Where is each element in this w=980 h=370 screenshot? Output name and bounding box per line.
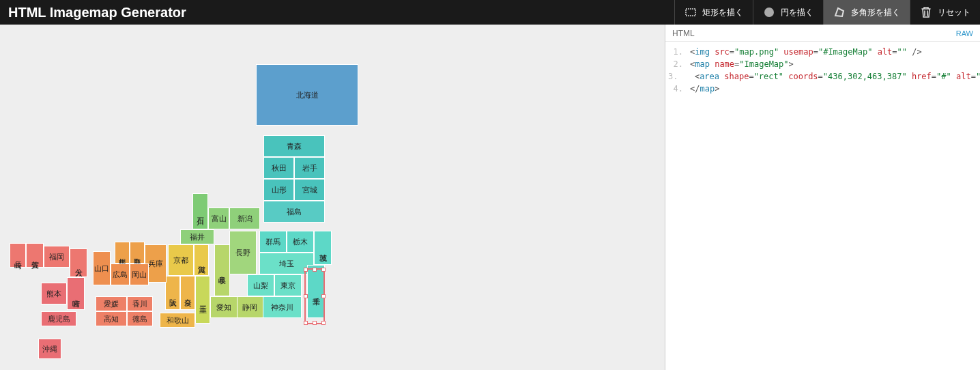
rect-icon (684, 6, 697, 18)
region-栃木[interactable]: 栃木 (287, 231, 314, 253)
tool-circle-button[interactable]: 円を描く (753, 0, 823, 25)
selection-handle[interactable] (304, 321, 308, 325)
region-沖縄[interactable]: 沖縄 (38, 339, 61, 359)
region-奈良[interactable]: 奈良 (180, 276, 195, 310)
tool-rect-button[interactable]: 矩形を描く (674, 0, 753, 25)
tool-circle-label: 円を描く (781, 7, 813, 18)
region-京都[interactable]: 京都 (168, 244, 194, 276)
region-愛知[interactable]: 愛知 (210, 296, 237, 318)
region-宮崎[interactable]: 宮崎 (67, 277, 85, 310)
region-大分[interactable]: 大分 (70, 248, 87, 277)
region-福岡[interactable]: 福岡 (44, 246, 70, 268)
region-和歌山[interactable]: 和歌山 (160, 313, 195, 328)
region-徳島[interactable]: 徳島 (127, 311, 153, 326)
code-line: 1.<img src="map.png" usemap="#ImageMap" … (668, 46, 977, 58)
tool-polygon-button[interactable]: 多角形を描く (823, 0, 910, 25)
region-香川[interactable]: 香川 (127, 296, 153, 311)
region-北海道[interactable]: 北海道 (256, 64, 358, 126)
region-佐賀[interactable]: 佐賀 (26, 243, 44, 268)
selection-handle[interactable] (321, 321, 326, 325)
code-line: 3. <area shape="rect" coords="436,302,46… (668, 70, 977, 83)
code-panel: HTML RAW 1.<img src="map.png" usemap="#I… (665, 25, 980, 370)
code-raw-link[interactable]: RAW (956, 29, 973, 38)
region-愛媛[interactable]: 愛媛 (96, 296, 127, 311)
region-新潟[interactable]: 新潟 (229, 208, 260, 229)
region-鹿児島[interactable]: 鹿児島 (41, 311, 76, 326)
polygon-icon (833, 6, 846, 18)
region-長崎[interactable]: 長崎 (10, 243, 26, 268)
trash-icon (920, 6, 932, 18)
svg-rect-0 (686, 9, 695, 16)
region-福井[interactable]: 福井 (180, 229, 214, 244)
tool-rect-label: 矩形を描く (702, 7, 743, 18)
region-石川[interactable]: 石川 (192, 193, 208, 229)
region-神奈川[interactable]: 神奈川 (263, 296, 302, 318)
region-岩手[interactable]: 岩手 (294, 157, 325, 179)
region-三重[interactable]: 三重 (195, 276, 210, 324)
app-header: HTML Imagemap Generator 矩形を描く 円を描く 多角形を描… (0, 0, 980, 25)
region-秋田[interactable]: 秋田 (263, 157, 294, 179)
region-埼玉[interactable]: 埼玉 (259, 253, 314, 274)
app-title: HTML Imagemap Generator (0, 5, 674, 20)
code-tab-html[interactable]: HTML (672, 29, 695, 38)
selection-handle[interactable] (313, 321, 317, 325)
code-line: 2.<map name="ImageMap"> (668, 58, 977, 70)
region-山形[interactable]: 山形 (263, 179, 294, 201)
region-東京[interactable]: 東京 (274, 274, 302, 296)
region-山梨[interactable]: 山梨 (247, 274, 274, 296)
code-body: 1.<img src="map.png" usemap="#ImageMap" … (665, 42, 980, 99)
svg-point-1 (764, 8, 774, 17)
canvas-area[interactable]: 北海道青森秋田岩手山形宮城福島群馬栃木茨城埼玉山梨東京神奈川千葉新潟富山石川長野… (0, 25, 665, 370)
region-高知[interactable]: 高知 (96, 311, 127, 326)
region-千葉[interactable]: 千葉 (307, 265, 325, 318)
tool-reset-label: リセット (938, 7, 970, 18)
region-静岡[interactable]: 静岡 (236, 296, 263, 318)
region-島根[interactable]: 島根 (115, 242, 130, 264)
region-滋賀[interactable]: 滋賀 (194, 244, 209, 276)
region-岡山[interactable]: 岡山 (130, 264, 149, 285)
region-鳥取[interactable]: 鳥取 (130, 242, 145, 264)
region-茨城[interactable]: 茨城 (314, 231, 332, 265)
region-宮城[interactable]: 宮城 (294, 179, 325, 201)
region-青森[interactable]: 青森 (263, 135, 325, 157)
region-福島[interactable]: 福島 (263, 201, 325, 223)
region-長野[interactable]: 長野 (229, 231, 257, 274)
region-山口[interactable]: 山口 (93, 251, 111, 285)
code-line: 4.</map> (668, 83, 977, 95)
circle-icon (763, 6, 775, 18)
region-富山[interactable]: 富山 (208, 208, 229, 229)
tool-reset-button[interactable]: リセット (910, 0, 980, 25)
region-岐阜[interactable]: 岐阜 (214, 244, 230, 296)
tool-polygon-label: 多角形を描く (851, 7, 900, 18)
region-広島[interactable]: 広島 (111, 264, 130, 285)
svg-marker-2 (835, 8, 844, 16)
region-群馬[interactable]: 群馬 (259, 231, 287, 253)
region-熊本[interactable]: 熊本 (41, 283, 67, 304)
region-大阪[interactable]: 大阪 (165, 276, 180, 310)
